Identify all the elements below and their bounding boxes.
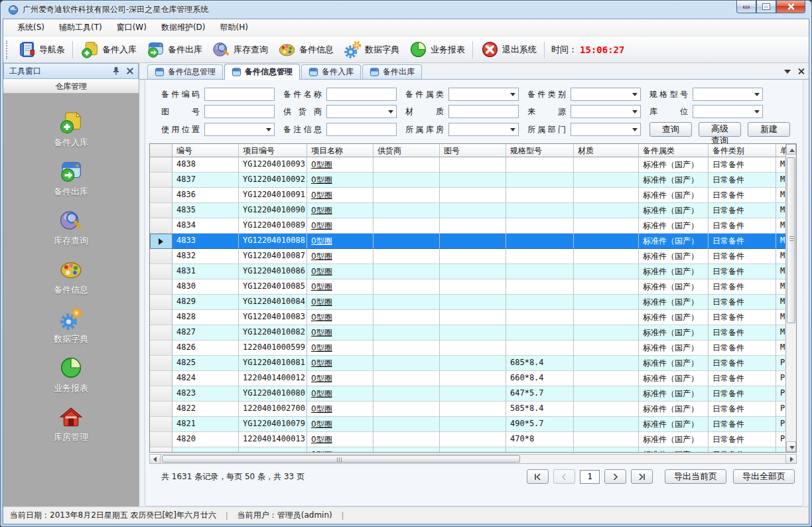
table-row[interactable]: 4832YG122040100870型圈标准件（国产）日常备件M xyxy=(150,249,785,264)
search-input[interactable] xyxy=(204,105,275,118)
table-row[interactable]: 0型圈标准件（国产）日常备件 xyxy=(150,447,785,452)
row-selector[interactable] xyxy=(150,402,172,417)
table-row[interactable]: 4827YG122040100820型圈标准件（国产）日常备件M xyxy=(150,325,785,340)
table-row[interactable]: 4830YG122040100850型圈标准件（国产）日常备件M xyxy=(150,279,785,295)
column-header[interactable]: 单位 xyxy=(776,144,785,157)
column-header[interactable]: 备件属类 xyxy=(639,144,709,157)
minimize-button[interactable] xyxy=(736,1,756,13)
column-header[interactable]: 图号 xyxy=(440,144,506,157)
row-selector[interactable] xyxy=(150,249,172,264)
row-selector[interactable] xyxy=(150,218,172,234)
column-header[interactable]: 备件类别 xyxy=(709,144,776,157)
table-row[interactable]: 4823YG122040100800型圈647*5.7标准件（国产）日常备件PC xyxy=(150,386,785,402)
toolbar-button-report[interactable]: 业务报表 xyxy=(404,38,470,61)
toolbar-button-data-dict[interactable]: 数据字典 xyxy=(338,38,404,61)
tab-close-icon[interactable] xyxy=(797,68,805,75)
export-current-page-button[interactable]: 导出当前页 xyxy=(665,469,726,484)
table-row[interactable]: 4838YG122040100930型圈标准件（国产）日常备件M xyxy=(150,157,785,173)
row-selector[interactable] xyxy=(150,371,172,386)
search-select[interactable] xyxy=(571,88,641,101)
table-row[interactable]: 4821YG122040100790型圈490*5.7标准件（国产）日常备件PC xyxy=(150,417,785,432)
table-row[interactable]: 482612204010005990型圈标准件（国产）日常备件M xyxy=(150,340,785,356)
tab[interactable]: 备件信息管理 xyxy=(147,64,223,79)
row-selector[interactable] xyxy=(150,325,172,340)
toolbar-button-stock-query[interactable]: 库存查询 xyxy=(207,38,273,61)
row-selector[interactable] xyxy=(150,386,172,402)
table-row[interactable]: 4836YG122040100910型圈标准件（国产）日常备件M xyxy=(150,188,785,203)
prev-page-button[interactable] xyxy=(553,469,575,484)
row-selector[interactable] xyxy=(150,295,172,310)
new-button[interactable]: 新建 xyxy=(748,122,790,137)
table-row[interactable]: 4833YG122040100880型圈标准件（国产）日常备件M xyxy=(150,234,785,249)
tab[interactable]: 备件信息管理 xyxy=(224,64,300,80)
toolbar-button-exit[interactable]: 退出系统 xyxy=(476,38,541,61)
sidebar-item-data-dict[interactable]: 数据字典 xyxy=(54,306,88,345)
column-header[interactable]: 材质 xyxy=(574,144,639,157)
sidebar-item-warehouse[interactable]: 库房管理 xyxy=(54,404,88,443)
sidebar-item-part-info[interactable]: 备件信息 xyxy=(54,257,88,296)
menu-item[interactable]: 系统(S) xyxy=(10,19,52,36)
close-button[interactable] xyxy=(776,1,805,13)
table-row[interactable]: 4835YG122040100900型圈标准件（国产）日常备件M xyxy=(150,203,785,218)
row-selector[interactable] xyxy=(150,264,172,279)
row-selector[interactable] xyxy=(150,417,172,432)
search-input[interactable] xyxy=(448,105,519,118)
title-bar[interactable]: 广州爱奇迪软件科技有限公司-深田之星仓库管理系统 xyxy=(3,1,809,19)
sidebar-item-stock-query[interactable]: 库存查询 xyxy=(54,208,88,247)
row-selector[interactable] xyxy=(150,203,172,218)
table-row[interactable]: 4825YG122040100810型圈685*8.4标准件（国产）日常备件PC xyxy=(150,356,785,371)
sidebar-item-report[interactable]: 业务报表 xyxy=(54,355,88,394)
search-select[interactable] xyxy=(448,123,519,136)
column-header[interactable]: 供货商 xyxy=(373,144,440,157)
toolbar-button-navbar[interactable]: 导航条 xyxy=(13,38,70,61)
menu-item[interactable]: 数据维护(D) xyxy=(154,19,213,36)
search-input[interactable] xyxy=(204,88,275,101)
row-selector[interactable] xyxy=(150,432,172,447)
table-row[interactable]: 4831YG122040100860型圈标准件（国产）日常备件M xyxy=(150,264,785,279)
table-row[interactable]: 4829YG122040100840型圈标准件（国产）日常备件M xyxy=(150,295,785,310)
scroll-down-icon[interactable] xyxy=(786,441,796,452)
pin-icon[interactable] xyxy=(111,66,121,76)
horizontal-scroll-thumb[interactable] xyxy=(162,455,520,463)
row-selector[interactable] xyxy=(150,356,172,371)
row-selector[interactable] xyxy=(150,279,172,295)
scroll-right-icon[interactable] xyxy=(785,455,796,463)
row-selector[interactable] xyxy=(150,188,172,203)
row-selector[interactable] xyxy=(150,310,172,325)
menu-item[interactable]: 窗口(W) xyxy=(109,19,154,36)
search-select[interactable] xyxy=(571,105,641,118)
tab-list-chevron-down-icon[interactable] xyxy=(784,70,791,74)
sidebar-item-part-in[interactable]: 备件入库 xyxy=(54,110,88,149)
table-row[interactable]: 482412204014000120型圈660*8.4标准件（国产）日常备件PC xyxy=(150,371,785,386)
scroll-left-icon[interactable] xyxy=(150,455,161,463)
search-input[interactable] xyxy=(326,123,397,136)
first-page-button[interactable] xyxy=(527,469,549,484)
vertical-scrollbar[interactable] xyxy=(785,144,796,452)
row-selector[interactable] xyxy=(150,447,172,452)
horizontal-scrollbar[interactable] xyxy=(149,454,797,464)
scroll-up-icon[interactable] xyxy=(786,144,796,155)
table-row[interactable]: 4837YG122040100920型圈标准件（国产）日常备件M xyxy=(150,173,785,188)
maximize-button[interactable] xyxy=(756,1,776,13)
next-page-button[interactable] xyxy=(604,469,626,484)
search-select[interactable] xyxy=(571,123,641,136)
table-row[interactable]: 482212204010027000型圈585*8.4标准件（国产）日常备件PC xyxy=(150,402,785,417)
tab[interactable]: 备件入库 xyxy=(301,64,361,79)
column-header[interactable]: 编号 xyxy=(172,144,239,157)
export-all-pages-button[interactable]: 导出全部页 xyxy=(733,469,795,484)
search-select[interactable] xyxy=(693,105,763,118)
search-select[interactable] xyxy=(448,88,519,101)
advanced-query-button[interactable]: 高级查询 xyxy=(699,122,741,137)
row-selector-current-icon[interactable] xyxy=(150,234,172,249)
tab[interactable]: 备件出库 xyxy=(362,64,422,79)
column-header[interactable]: 项目编号 xyxy=(239,144,307,157)
table-row[interactable]: 482012204014000130型圈470*8标准件（国产）日常备件PC xyxy=(150,432,785,447)
search-input[interactable] xyxy=(326,88,397,101)
query-button[interactable]: 查询 xyxy=(649,122,692,137)
sidebar-close-icon[interactable] xyxy=(126,67,134,75)
sidebar-item-part-out[interactable]: 备件出库 xyxy=(54,159,88,198)
column-header[interactable]: 项目名称 xyxy=(307,144,373,157)
column-header[interactable]: 规格型号 xyxy=(506,144,574,157)
last-page-button[interactable] xyxy=(631,469,653,484)
search-select[interactable] xyxy=(693,88,763,101)
